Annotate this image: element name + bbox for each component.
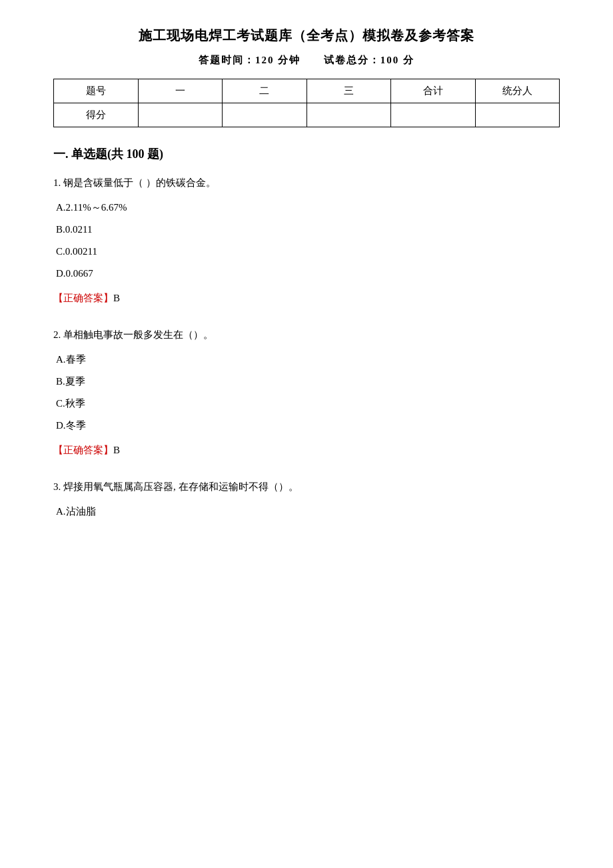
col-header-label: 题号 [54,79,139,103]
score-cell-3 [306,103,391,127]
question-1-text: 1. 钢是含碳量低于（ ）的铁碳合金。 [53,174,560,192]
score-cell-1 [138,103,223,127]
question-2-option-d: D.冬季 [53,417,560,435]
score-cell-2 [223,103,307,127]
subtitle-time: 答题时间：120 分钟 [199,55,301,65]
question-2-option-a: A.春季 [53,351,560,369]
col-header-2: 二 [223,79,307,103]
question-1: 1. 钢是含碳量低于（ ）的铁碳合金。 A.2.11%～6.67% B.0.02… [53,174,560,305]
question-1-option-c: C.0.00211 [53,243,560,261]
question-2-option-b: B.夏季 [53,373,560,391]
question-1-answer-letter: B [113,293,120,303]
question-3-number: 3. [53,481,61,492]
question-1-answer: 【正确答案】B [53,292,560,305]
score-row-label: 得分 [54,103,139,127]
question-3-option-a: A.沾油脂 [53,503,560,521]
question-1-option-b: B.0.0211 [53,221,560,239]
question-3-text: 3. 焊接用氧气瓶属高压容器, 在存储和运输时不得（）。 [53,478,560,496]
question-1-option-d: D.0.0667 [53,265,560,283]
question-1-number: 1. [53,177,61,188]
question-2-option-c: C.秋季 [53,395,560,413]
col-header-1: 一 [138,79,223,103]
page-title: 施工现场电焊工考试题库（全考点）模拟卷及参考答案 [53,27,560,45]
score-cell-total [391,103,476,127]
score-table: 题号 一 二 三 合计 统分人 得分 [53,79,560,127]
question-1-body: 钢是含碳量低于（ ）的铁碳合金。 [63,177,216,188]
question-1-option-a: A.2.11%～6.67% [53,199,560,217]
table-header-row: 题号 一 二 三 合计 统分人 [54,79,560,103]
col-header-grader: 统分人 [475,79,560,103]
question-2-text: 2. 单相触电事故一般多发生在（）。 [53,326,560,344]
col-header-3: 三 [306,79,391,103]
question-3-body: 焊接用氧气瓶属高压容器, 在存储和运输时不得（）。 [63,481,299,492]
question-2-answer-prefix: 【正确答案】 [53,445,113,455]
table-score-row: 得分 [54,103,560,127]
question-2-answer-letter: B [113,445,120,455]
subtitle: 答题时间：120 分钟 试卷总分：100 分 [53,54,560,67]
section1-title: 一. 单选题(共 100 题) [53,146,560,162]
question-2-number: 2. [53,329,61,340]
question-2-body: 单相触电事故一般多发生在（）。 [63,329,213,340]
question-2: 2. 单相触电事故一般多发生在（）。 A.春季 B.夏季 C.秋季 D.冬季 【… [53,326,560,457]
subtitle-score: 试卷总分：100 分 [324,55,414,65]
question-1-answer-prefix: 【正确答案】 [53,293,113,303]
question-3: 3. 焊接用氧气瓶属高压容器, 在存储和运输时不得（）。 A.沾油脂 [53,478,560,521]
score-cell-grader [475,103,560,127]
col-header-total: 合计 [391,79,476,103]
question-2-answer: 【正确答案】B [53,444,560,457]
